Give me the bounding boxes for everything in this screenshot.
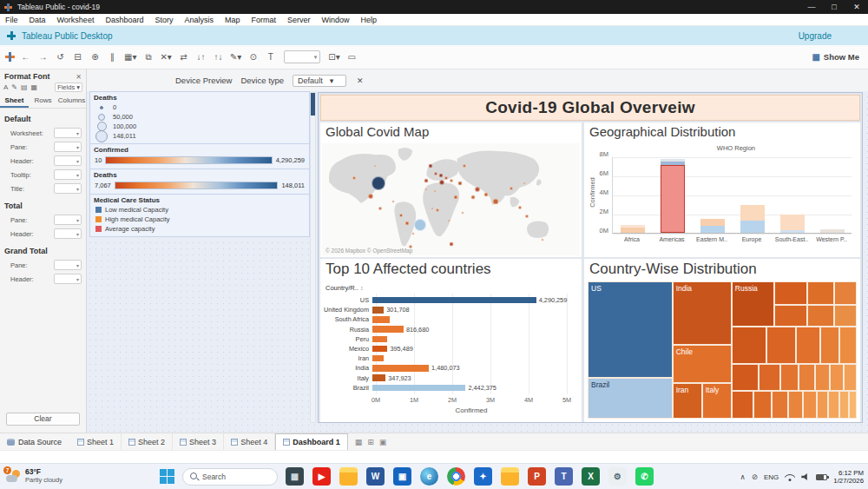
treemap-cell-india[interactable]: India [673,281,732,345]
undo-icon[interactable]: ↺ [53,50,68,65]
top10-row-us[interactable]: US4,290,259 [320,295,579,305]
treemap-cell-russia[interactable]: Russia [732,281,775,327]
new-dashboard-button[interactable]: ⊞ [367,438,374,446]
treemap-cell[interactable] [772,391,788,419]
minimize-button[interactable]: — [800,0,823,14]
volume-icon[interactable] [801,473,810,481]
map-dot[interactable] [378,207,382,210]
top10-row-italy[interactable]: Italy347,923 [320,373,579,383]
shading-icon[interactable]: ▤ [21,83,28,91]
top10-row-mexico[interactable]: Mexico395,489 [320,344,579,354]
treemap-cell[interactable] [849,391,857,419]
tab-data-source[interactable]: Data Source [5,433,70,451]
top10-row-india[interactable]: India1,480,073 [320,363,579,373]
menu-item-file[interactable]: File [5,16,18,24]
top10-bar[interactable] [372,355,384,362]
geo-bar-segment[interactable] [780,215,805,230]
taskbar-app-teams[interactable]: T [555,467,573,486]
maximize-button[interactable]: □ [823,0,845,14]
top10-bar[interactable] [372,326,404,333]
geo-bar-segment[interactable] [621,228,645,233]
menu-item-map[interactable]: Map [225,16,240,24]
confirmed-gradient-bar[interactable] [105,156,272,164]
geo-bar-segment[interactable] [740,205,765,221]
borders-icon[interactable]: ▦ [31,83,38,91]
map-dot[interactable] [352,176,356,180]
wifi-icon[interactable] [785,472,795,481]
map-dot[interactable] [461,211,464,214]
dashboard-scrollbar[interactable] [310,92,316,423]
taskbar-app-powerpoint[interactable]: P [528,467,546,486]
top10-row-brazil[interactable]: Brazil2,442,375 [320,383,579,393]
taskbar-app-maps-app[interactable]: ✦ [474,467,492,486]
taskbar-clock[interactable]: 6:12 PM 1/27/2026 [833,469,864,486]
taskbar-app-downloads-folder[interactable] [339,467,358,486]
treemap-cell-iran[interactable]: Iran [673,383,702,419]
map-dot[interactable] [449,242,453,247]
treemap-cell-chile[interactable]: Chile [673,345,732,383]
clear-sheet-icon[interactable]: ✕▾ [158,50,173,65]
map-dot[interactable] [431,207,434,209]
map-dot[interactable] [428,163,432,168]
device-preview-close-icon[interactable]: ✕ [357,76,364,85]
top10-row-russia[interactable]: Russia816,680 [320,325,579,334]
geo-bar-segment[interactable] [700,226,725,233]
top10-row-peru[interactable]: Peru [320,334,579,344]
top10-bar[interactable] [372,374,385,381]
map-dot[interactable] [492,199,498,205]
treemap-cell[interactable] [774,305,806,327]
map-dot[interactable] [541,238,543,241]
size-legend-item[interactable]: 50,000 [94,112,306,122]
medical-legend-item[interactable]: Low medical Capacity [94,205,306,215]
geo-bar-westernp[interactable] [812,157,852,233]
treemap-cell[interactable] [839,391,849,419]
world-map[interactable]: © 2026 Mapbox © OpenStreetMap [322,143,580,255]
menu-item-dashboard[interactable]: Dashboard [105,16,143,24]
geo-bar-segment[interactable] [780,230,805,233]
upgrade-link[interactable]: Upgrade [799,31,832,41]
top10-bar[interactable] [372,385,465,392]
treemap-cell[interactable] [820,327,839,364]
menu-item-data[interactable]: Data [30,16,46,24]
size-legend-item[interactable]: 148,011 [94,131,306,141]
tab-dashboard-1[interactable]: Dashboard 1 [275,433,348,451]
menu-item-format[interactable]: Format [251,16,276,24]
top10-row-united-kingdom[interactable]: United Kingdom301,708 [320,305,579,314]
treemap-cell[interactable] [788,391,803,419]
menu-item-help[interactable]: Help [361,16,378,24]
geo-bar-easternm[interactable] [693,157,733,233]
treemap-cell[interactable] [774,281,806,305]
treemap-cell[interactable] [830,364,844,392]
close-button[interactable]: ✕ [845,0,868,14]
map-dot[interactable] [436,208,439,212]
duplicate-icon[interactable]: ⧉ [141,50,155,65]
taskbar-search[interactable]: Search [182,468,278,486]
map-dot[interactable] [438,174,443,178]
top10-row-south-africa[interactable]: South Africa [320,314,579,324]
treemap-cell[interactable] [817,391,829,419]
tab-sheet-3[interactable]: Sheet 3 [173,433,224,451]
new-worksheet-button[interactable]: ▦ [355,438,363,446]
tab-sheet-2[interactable]: Sheet 2 [122,433,173,451]
fields-dropdown[interactable]: Fields ▾ [55,83,82,92]
language-indicator[interactable]: ENG [764,473,779,481]
format-row-dropdown[interactable]: ▾ [54,155,82,166]
deaths-gradient-bar[interactable] [115,182,279,189]
treemap-cell[interactable] [780,364,799,392]
map-dot[interactable] [523,182,526,185]
highlight-icon[interactable]: ✎▾ [228,50,243,65]
treemap-cell[interactable] [844,364,858,392]
taskbar-app-photos-app[interactable]: ▣ [393,467,411,486]
format-row-dropdown[interactable]: ▾ [54,228,82,239]
sort-descending-icon[interactable]: ↑↓ [211,50,226,65]
fit-combo[interactable]: ▾ [284,50,320,63]
treemap-cell[interactable] [839,327,857,364]
map-dot[interactable] [372,176,385,190]
pause-updates-icon[interactable]: ∥ [105,50,120,65]
map-dot[interactable] [399,214,403,217]
format-tab-rows[interactable]: Rows [29,95,57,108]
treemap-cell-italy[interactable]: Italy [702,383,732,419]
top10-column-header[interactable]: Country/R.. ↕ [326,284,363,292]
treemap-cell[interactable] [807,305,834,327]
size-legend-item[interactable]: 0 [94,102,306,112]
